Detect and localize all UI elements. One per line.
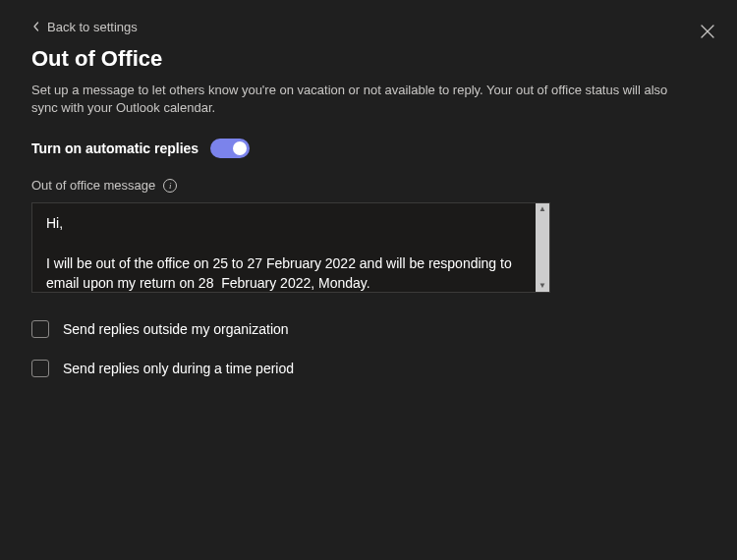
textarea-scrollbar[interactable]: ▲ ▼ xyxy=(536,203,549,292)
chevron-left-icon xyxy=(31,20,41,34)
message-label: Out of office message xyxy=(31,178,155,193)
outside-org-label: Send replies outside my organization xyxy=(63,321,289,337)
scroll-up-icon: ▲ xyxy=(539,205,546,213)
toggle-label: Turn on automatic replies xyxy=(31,140,198,156)
time-period-checkbox[interactable] xyxy=(31,360,49,377)
info-icon[interactable]: i xyxy=(163,179,177,193)
back-to-settings-link[interactable]: Back to settings xyxy=(31,20,138,34)
outside-org-checkbox[interactable] xyxy=(31,320,49,338)
close-button[interactable] xyxy=(700,24,715,39)
page-title: Out of Office xyxy=(31,46,706,72)
close-icon xyxy=(700,26,715,42)
out-of-office-message-textarea[interactable] xyxy=(31,202,550,293)
time-period-label: Send replies only during a time period xyxy=(63,361,294,376)
scroll-down-icon: ▼ xyxy=(539,282,546,290)
back-link-label: Back to settings xyxy=(47,20,138,34)
toggle-knob xyxy=(233,141,247,155)
page-subtitle: Set up a message to let others know you'… xyxy=(31,82,680,117)
auto-replies-toggle[interactable] xyxy=(210,139,250,158)
